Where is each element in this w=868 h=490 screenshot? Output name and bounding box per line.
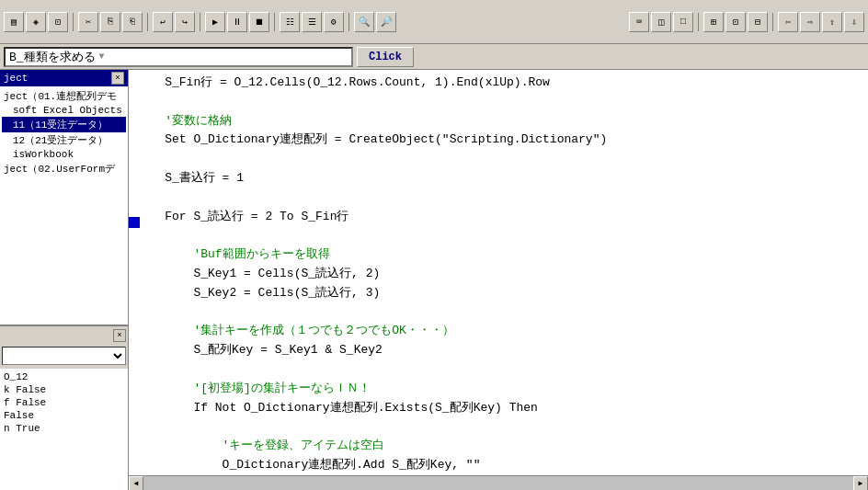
macro-name-box: B_種類を求める ▼ <box>4 47 353 67</box>
scroll-right-arrow[interactable]: ▶ <box>853 476 868 491</box>
sep-5 <box>348 13 349 31</box>
toolbar-btn-undo[interactable]: ↩ <box>153 12 173 32</box>
sidebar-tree: ject（01.連想配列デモ soft Excel Objects 11（11受… <box>0 86 128 325</box>
code-line-9: 'Buf範囲からキーを取得 <box>136 245 861 265</box>
sep-r2 <box>772 13 773 31</box>
code-line-10: S_Key1 = Cells(S_読込行, 2) <box>136 265 861 284</box>
code-line-12 <box>136 303 861 323</box>
code-line-17: If Not O_Dictionary連想配列.Exists(S_配列Key) … <box>136 399 861 418</box>
code-line-5: S_書込行 = 1 <box>136 169 861 188</box>
toolbar-btn-14[interactable]: 🔎 <box>376 12 396 32</box>
toolbar-btn-redo[interactable]: ↪ <box>175 12 195 32</box>
sep-1 <box>73 13 74 31</box>
sep-4 <box>274 13 275 31</box>
sep-r1 <box>698 13 699 31</box>
sep-2 <box>147 13 148 31</box>
top-toolbar: ▤ ◈ ⊡ ✂ ⎘ ⎗ ↩ ↪ ▶ ⏸ ⏹ ☷ ☰ ⚙ 🔍 🔎 ⌨ ◫ □ ⊞ … <box>0 0 868 44</box>
code-line-6 <box>136 188 861 208</box>
toolbar-btn-12[interactable]: ⚙ <box>324 12 344 32</box>
tree-item-5[interactable]: ject（02.UserFormデ <box>2 161 126 177</box>
left-sidebar: ject × ject（01.連想配列デモ soft Excel Objects… <box>0 70 129 490</box>
blue-marker <box>129 217 140 228</box>
tree-item-0[interactable]: ject（01.連想配列デモ <box>2 88 126 104</box>
toolbar-btn-13[interactable]: 🔍 <box>354 12 374 32</box>
toolbar-right: ⌨ ◫ □ ⊞ ⊡ ⊟ ⇦ ⇨ ⇧ ⇩ <box>629 12 864 32</box>
horizontal-scrollbar: ◀ ▶ <box>129 475 868 490</box>
code-editor[interactable]: S_Fin行 = O_12.Cells(O_12.Rows.Count, 1).… <box>129 70 868 475</box>
toolbar-btn-r4[interactable]: ⊞ <box>703 12 724 32</box>
toolbar-btn-4[interactable]: ✂ <box>78 12 98 32</box>
second-toolbar: B_種類を求める ▼ Click <box>0 44 868 70</box>
bottom-list-item-3[interactable]: False <box>2 409 126 422</box>
code-line-8 <box>136 226 861 245</box>
code-line-13: '集計キーを作成（１つでも２つでもOK・・・） <box>136 322 861 341</box>
code-line-1 <box>136 93 861 112</box>
toolbar-btn-r9[interactable]: ⇧ <box>822 12 842 32</box>
toolbar-btn-r5[interactable]: ⊡ <box>725 12 746 32</box>
sidebar-title: ject <box>4 73 28 84</box>
scroll-track[interactable] <box>143 476 853 491</box>
tree-item-2[interactable]: 11（11受注データ） <box>2 117 126 132</box>
sidebar-header: ject × <box>0 70 128 86</box>
toolbar-btn-r6[interactable]: ⊟ <box>748 12 768 32</box>
toolbar-btn-r2[interactable]: ◫ <box>651 12 671 32</box>
code-line-20: O_Dictionary連想配列.Add S_配列Key, "" <box>136 456 861 475</box>
code-line-15 <box>136 360 861 380</box>
sidebar-bottom-list: O_12 k False f False False n True <box>0 369 128 490</box>
toolbar-left: ▤ ◈ ⊡ ✂ ⎘ ⎗ ↩ ↪ ▶ ⏸ ⏹ ☷ ☰ ⚙ 🔍 🔎 <box>4 12 396 32</box>
toolbar-btn-r3[interactable]: □ <box>673 12 693 32</box>
dropdown-arrow[interactable]: ▼ <box>99 51 105 62</box>
sidebar-bottom: × O_12 k False f False False n True <box>0 325 128 490</box>
sidebar-bottom-header: × <box>0 326 128 345</box>
sidebar-close-button[interactable]: × <box>111 72 124 85</box>
toolbar-btn-1[interactable]: ▤ <box>4 12 24 32</box>
scroll-left-arrow[interactable]: ◀ <box>129 476 143 491</box>
code-line-11: S_Key2 = Cells(S_読込行, 3) <box>136 284 861 303</box>
code-line-3: Set O_Dictionary連想配列 = CreateObject("Scr… <box>136 131 861 150</box>
toolbar-btn-9[interactable]: ⏹ <box>249 12 269 32</box>
code-area: S_Fin行 = O_12.Cells(O_12.Rows.Count, 1).… <box>129 70 868 490</box>
code-line-0: S_Fin行 = O_12.Cells(O_12.Rows.Count, 1).… <box>136 74 861 93</box>
code-line-16: '[初登場]の集計キーならＩＮ！ <box>136 380 861 399</box>
toolbar-btn-11[interactable]: ☰ <box>302 12 322 32</box>
toolbar-btn-10[interactable]: ☷ <box>280 12 300 32</box>
bottom-list-item-4[interactable]: n True <box>2 422 126 435</box>
toolbar-btn-r7[interactable]: ⇦ <box>778 12 798 32</box>
toolbar-btn-3[interactable]: ⊡ <box>48 12 68 32</box>
toolbar-btn-r10[interactable]: ⇩ <box>844 12 864 32</box>
code-line-14: S_配列Key = S_Key1 & S_Key2 <box>136 341 861 360</box>
tree-item-3[interactable]: 12（21受注データ） <box>2 132 126 148</box>
macro-name-label: B_種類を求める <box>9 49 96 65</box>
code-line-4 <box>136 150 861 169</box>
sidebar-bottom-close-button[interactable]: × <box>113 329 126 342</box>
toolbar-btn-r8[interactable]: ⇨ <box>800 12 820 32</box>
bottom-list-item-0[interactable]: O_12 <box>2 370 126 383</box>
code-line-18 <box>136 417 861 437</box>
sidebar-bottom-dropdown-area <box>0 345 128 369</box>
main-area: ject × ject（01.連想配列デモ soft Excel Objects… <box>0 70 868 490</box>
toolbar-btn-5[interactable]: ⎘ <box>100 12 120 32</box>
click-button[interactable]: Click <box>357 47 414 67</box>
toolbar-btn-6[interactable]: ⎗ <box>122 12 143 32</box>
bottom-list-item-1[interactable]: k False <box>2 383 126 396</box>
toolbar-btn-r1[interactable]: ⌨ <box>629 12 649 32</box>
tree-item-4[interactable]: isWorkbook <box>2 148 126 161</box>
toolbar-btn-2[interactable]: ◈ <box>26 12 46 32</box>
sep-3 <box>200 13 200 31</box>
toolbar-btn-7[interactable]: ▶ <box>205 12 225 32</box>
code-line-2: '変数に格納 <box>136 112 861 131</box>
tree-item-1[interactable]: soft Excel Objects <box>2 104 126 117</box>
code-line-7: For S_読込行 = 2 To S_Fin行 <box>136 208 861 227</box>
sidebar-bottom-select[interactable] <box>2 347 126 365</box>
code-line-19: 'キーを登録、アイテムは空白 <box>136 437 861 456</box>
toolbar-btn-8[interactable]: ⏸ <box>227 12 247 32</box>
bottom-list-item-2[interactable]: f False <box>2 396 126 409</box>
